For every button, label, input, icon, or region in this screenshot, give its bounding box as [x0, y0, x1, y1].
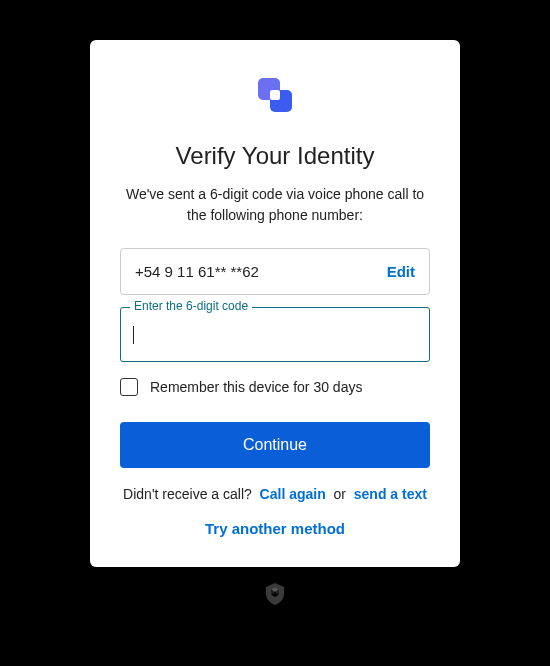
- resend-prompt: Didn't receive a call?: [123, 486, 252, 502]
- edit-phone-link[interactable]: Edit: [387, 263, 415, 280]
- brand-logo: [252, 76, 298, 114]
- masked-phone-number: +54 9 11 61** **62: [135, 263, 259, 280]
- code-input[interactable]: [120, 307, 430, 362]
- continue-button[interactable]: Continue: [120, 422, 430, 468]
- svg-rect-2: [270, 90, 280, 100]
- page-title: Verify Your Identity: [176, 142, 375, 170]
- call-again-link[interactable]: Call again: [260, 486, 326, 502]
- code-field-wrapper: Enter the 6-digit code: [120, 307, 430, 362]
- remember-device-checkbox[interactable]: [120, 378, 138, 396]
- resend-row: Didn't receive a call? Call again or sen…: [123, 486, 427, 502]
- or-text: or: [334, 486, 346, 502]
- text-caret: [133, 326, 134, 344]
- code-input-label: Enter the 6-digit code: [130, 299, 252, 313]
- remember-device-label: Remember this device for 30 days: [150, 379, 362, 395]
- provider-badge-icon: [265, 583, 285, 605]
- page-subtitle: We've sent a 6-digit code via voice phon…: [120, 184, 430, 226]
- try-another-method-link[interactable]: Try another method: [205, 520, 345, 537]
- send-text-link[interactable]: send a text: [354, 486, 427, 502]
- phone-display-row: +54 9 11 61** **62 Edit: [120, 248, 430, 295]
- remember-device-row: Remember this device for 30 days: [120, 378, 430, 396]
- verify-identity-card: Verify Your Identity We've sent a 6-digi…: [90, 40, 460, 567]
